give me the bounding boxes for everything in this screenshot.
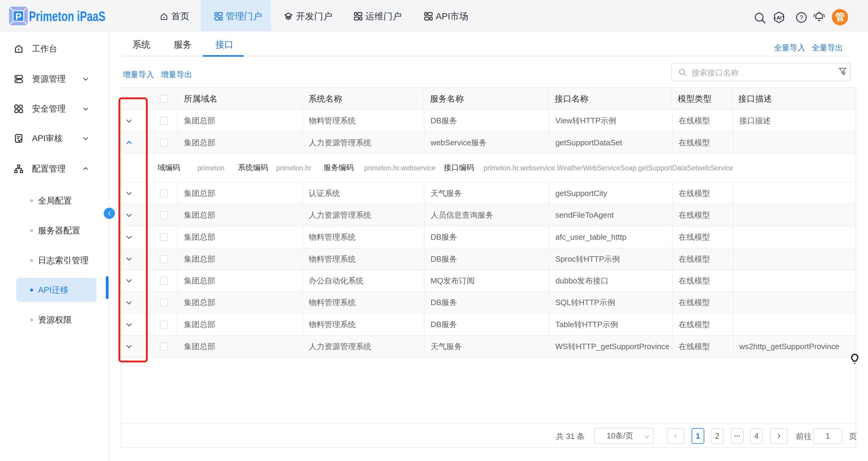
svg-text:P: P	[16, 11, 22, 22]
svg-text:AI: AI	[777, 15, 782, 21]
svg-text:?: ?	[800, 14, 803, 22]
